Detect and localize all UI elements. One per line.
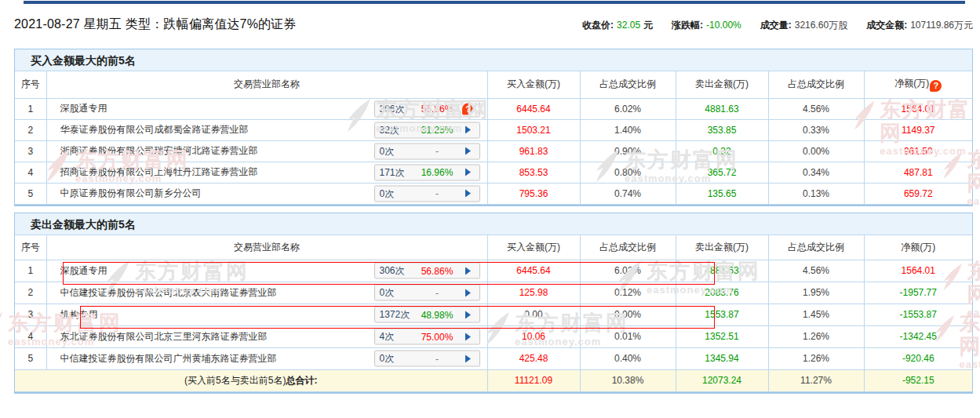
row-index: 1 [15,260,46,282]
buy-amount: 0.00 [487,304,580,325]
sell-ratio: 0.00% [768,140,864,162]
arrow-right-icon[interactable] [465,289,471,296]
sell-amount: 1345.94 [676,347,768,369]
sell-ratio: 1.45% [768,304,864,325]
sell-amount: 4881.63 [676,98,768,119]
col-net-amount: 净额(万) [864,235,972,260]
table-row: 5 中原证券股份有限公司新乡分公司 0次 - 795.36 0.74% 135.… [15,183,972,204]
buy-ratio: 6.02% [580,260,676,282]
branch-history-badge[interactable]: 0次 - [374,285,480,301]
sell-ratio: 4.56% [768,260,864,282]
arrow-right-icon[interactable] [465,190,471,198]
total-buy-ratio: 10.38% [580,369,676,391]
sell-amount: 135.65 [676,183,768,204]
row-index: 5 [15,183,46,204]
buy-ratio: 0.90% [580,140,676,162]
table-row: 1 深股通专用 306次 56.86% 6445.64 6.02% 4881.6… [15,260,972,282]
branch-name[interactable]: 机构专用 [60,309,98,320]
turnover-value: 107119.86万元 [910,19,973,32]
grand-total-label: (买入前5名与卖出前5名)总合计: [15,369,487,391]
net-amount: -920.46 [864,347,972,369]
branch-name[interactable]: 东北证券股份有限公司北京三里河东路证券营业部 [60,331,268,342]
col-buy-ratio: 占总成交比例 [580,235,676,260]
buy-top5-section: 买入金额最大的前5名 序号 交易营业部名称 买入金额(万) 占总成交比例 卖出金… [14,49,973,206]
buy-ratio: 0.12% [580,282,676,304]
col-sell-ratio: 占总成交比例 [768,235,864,260]
row-index: 4 [15,325,46,347]
table-row: 2 华泰证券股份有限公司成都蜀金路证券营业部 32次 31.25% 1503.2… [15,119,972,140]
col-buy-amount: 买入金额(万) [487,71,580,98]
branch-name[interactable]: 招商证券股份有限公司上海牡丹江路证券营业部 [60,166,258,177]
branch-history-badge[interactable]: 0次 - [374,185,480,202]
total-net-amount: -952.15 [864,369,972,391]
row-index: 1 [15,98,46,119]
buy-ratio: 0.74% [580,183,676,204]
col-net-amount: 净额(万) [864,71,972,98]
sell-amount: 365.72 [676,162,768,183]
branch-name[interactable]: 中信建投证券股份有限公司广州黄埔东路证券营业部 [60,353,277,364]
branch-name[interactable]: 华泰证券股份有限公司成都蜀金路证券营业部 [60,124,249,135]
buy-amount: 6445.64 [487,260,580,282]
branch-history-badge[interactable]: 306次 56.86% [374,100,480,117]
arrow-right-icon[interactable] [465,311,471,318]
branch-history-badge[interactable]: 306次 56.86% [374,263,480,279]
arrow-right-icon[interactable] [465,126,471,134]
col-index: 序号 [15,71,46,98]
buy-ratio: 0.80% [580,162,676,183]
buy-amount: 10.06 [487,325,580,347]
sell-ratio: 1.26% [768,347,864,369]
branch-name[interactable]: 浙商证券股份有限公司瑞安塘河北路证券营业部 [60,145,258,156]
col-branch-name: 交易营业部名称 [46,235,487,260]
table-row: 2 中信建投证券股份有限公司北京农大南路证券营业部 0次 - 125.98 0.… [15,282,972,304]
sell-amount: 2083.76 [676,282,768,304]
buy-amount: 125.98 [487,282,580,304]
col-buy-amount: 买入金额(万) [487,235,580,260]
net-amount: 1564.01 [864,260,972,282]
help-icon[interactable] [462,103,474,114]
branch-name[interactable]: 中原证券股份有限公司新乡分公司 [60,187,202,198]
buy-ratio: 0.00% [580,304,676,325]
row-index: 5 [15,347,46,369]
arrow-right-icon[interactable] [465,147,471,155]
close-price-value: 32.05 [617,20,640,31]
volume: 成交量: 3216.60万股 [760,19,847,32]
buy-section-title: 买入金额最大的前5名 [15,49,972,71]
sell-amount: 4881.63 [676,260,768,282]
buy-amount: 6445.64 [487,98,580,119]
branch-history-badge[interactable]: 1372次 48.98% [374,307,480,323]
net-amount: -1553.87 [864,304,972,325]
net-amount: -1342.45 [864,325,972,347]
volume-value: 3216.60万股 [795,19,847,32]
branch-name[interactable]: 中信建投证券股份有限公司北京农大南路证券营业部 [60,287,277,298]
total-sell-ratio: 11.27% [768,369,864,391]
arrow-right-icon[interactable] [465,354,471,362]
col-sell-amount: 卖出金额(万) [676,235,768,260]
branch-history-badge[interactable]: 0次 - [374,143,480,159]
turnover: 成交金额: 107119.86万元 [866,19,973,32]
sell-section-title: 卖出金额最大的前5名 [15,213,972,235]
row-index: 2 [15,282,46,304]
change-percent-value: -10.00% [706,20,741,31]
branch-name[interactable]: 深股通专用 [60,265,107,276]
net-amount: 487.81 [864,162,972,183]
sell-amount: 1553.87 [676,304,768,325]
branch-name[interactable]: 深股通专用 [60,103,107,114]
sell-ratio: 1.26% [768,325,864,347]
arrow-right-icon[interactable] [465,267,471,274]
buy-amount: 425.48 [487,347,580,369]
help-icon[interactable] [930,80,942,92]
branch-history-badge[interactable]: 0次 - [374,351,480,367]
branch-history-badge[interactable]: 171次 16.96% [374,164,480,180]
branch-history-badge[interactable]: 4次 75.00% [374,329,480,345]
arrow-right-icon[interactable] [465,333,471,340]
net-amount: 1149.37 [864,119,972,140]
col-sell-amount: 卖出金额(万) [676,71,768,98]
sell-amount: 0.32 [676,140,768,162]
top-accent-rule [24,1,965,4]
row-index: 4 [15,162,46,183]
total-buy-amount: 11121.09 [487,369,580,391]
grand-total-row: (买入前5名与卖出前5名)总合计: 11121.09 10.38% 12073.… [15,369,972,391]
branch-history-badge[interactable]: 32次 31.25% [374,122,480,138]
arrow-right-icon[interactable] [465,169,471,176]
buy-amount: 1503.21 [487,119,580,140]
